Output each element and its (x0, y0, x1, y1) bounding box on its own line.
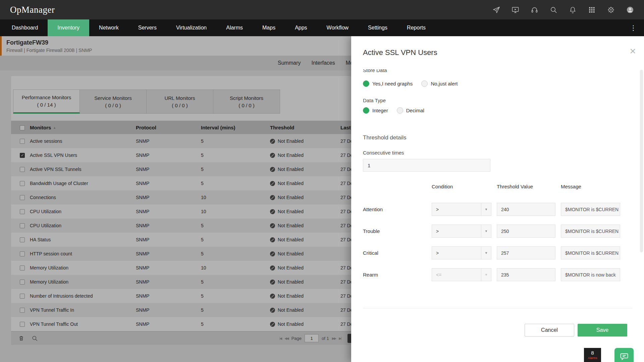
severity-label: Trouble (363, 228, 426, 234)
app-root: OpManager (0, 0, 644, 362)
store-data-radio-label: Yes,I need graphs (372, 81, 413, 86)
alarms-count-badge[interactable]: 8 Alarms (584, 348, 601, 362)
condition-value: > (436, 229, 439, 234)
panel-body: Store Data Yes,I need graphsNo,just aler… (351, 69, 644, 362)
close-icon[interactable]: × (630, 46, 636, 56)
cancel-button[interactable]: Cancel (525, 324, 574, 337)
nav-item-settings[interactable]: Settings (358, 19, 397, 36)
threshold-details-heading: Threshold details (363, 134, 632, 141)
app-logo: OpManager (10, 5, 55, 15)
condition-select-rearm: <=▾ (432, 268, 491, 281)
nav-item-reports[interactable]: Reports (397, 19, 435, 36)
nav-overflow-kebab-icon[interactable]: ⋮ (627, 19, 639, 36)
notifications-icon[interactable] (569, 6, 577, 14)
threshold-value-input-trouble[interactable]: 250 (497, 225, 555, 238)
condition-select-critical[interactable]: >▾ (432, 246, 491, 259)
nav-item-workflow[interactable]: Workflow (317, 19, 359, 36)
condition-select-attention[interactable]: >▾ (432, 203, 491, 216)
nav-item-inventory[interactable]: Inventory (48, 19, 89, 36)
data-type-radio-group: IntegerDecimal (363, 107, 632, 114)
save-button[interactable]: Save (578, 324, 627, 337)
chat-support-button[interactable] (614, 348, 634, 362)
screen-share-icon[interactable] (512, 6, 519, 14)
threshold-row-attention: Attention>▾240$MONITOR is $CURREN (363, 203, 632, 216)
nav-item-network[interactable]: Network (89, 19, 128, 36)
store-data-radio-yes-i-need-graphs[interactable] (363, 80, 369, 87)
threshold-grid-rows: Attention>▾240$MONITOR is $CURRENTrouble… (363, 203, 632, 281)
message-input-attention[interactable]: $MONITOR is $CURREN (561, 203, 620, 216)
grid-header-condition: Condition (432, 184, 491, 189)
store-data-radio-no-just-alert[interactable] (421, 80, 428, 87)
threshold-row-trouble: Trouble>▾250$MONITOR is $CURREN (363, 225, 632, 238)
threshold-config-panel: Active SSL VPN Users × Store Data Yes,I … (351, 36, 644, 362)
nav-item-servers[interactable]: Servers (128, 19, 166, 36)
severity-label: Critical (363, 250, 426, 256)
message-input-critical[interactable]: $MONITOR is $CURREN (561, 246, 620, 259)
settings-gear-icon[interactable] (607, 6, 615, 14)
severity-label: Attention (363, 206, 426, 212)
consecutive-times-input[interactable]: 1 (363, 159, 490, 172)
consecutive-times-label: Consecutive times (363, 150, 632, 156)
message-input-rearm[interactable]: $MONITOR is now back (561, 268, 620, 281)
chevron-down-icon: ▾ (481, 225, 491, 237)
nav-item-virtualization[interactable]: Virtualization (166, 19, 216, 36)
grid-header-threshold-value: Threshold Value (497, 184, 555, 189)
chevron-down-icon: ▾ (481, 247, 491, 259)
panel-scrollbar[interactable] (640, 70, 643, 252)
search-icon[interactable] (550, 6, 557, 14)
alarms-label: Alarms (588, 356, 597, 360)
threshold-value-input-critical[interactable]: 257 (497, 246, 555, 259)
panel-title: Active SSL VPN Users (363, 48, 437, 57)
severity-label: Rearm (363, 272, 426, 278)
nav-items: DashboardInventoryNetworkServersVirtuali… (2, 19, 435, 36)
chevron-down-icon: ▾ (481, 268, 491, 281)
chevron-down-icon: ▾ (481, 203, 491, 216)
threshold-grid-header: ConditionThreshold ValueMessage (363, 184, 632, 189)
main-nav: DashboardInventoryNetworkServersVirtuali… (0, 19, 644, 36)
condition-value: <= (436, 272, 441, 278)
chat-bubble-icon (620, 352, 629, 361)
topbar-icons (492, 6, 634, 14)
threshold-value-input-rearm[interactable]: 235 (497, 268, 555, 281)
top-bar: OpManager (0, 0, 644, 19)
threshold-row-critical: Critical>▾257$MONITOR is $CURREN (363, 246, 632, 259)
user-avatar-icon[interactable] (626, 6, 634, 14)
data-type-radio-label: Decimal (406, 108, 424, 113)
data-type-radio-integer[interactable] (363, 107, 369, 114)
store-data-radio-group: Yes,I need graphsNo,just alert (363, 80, 632, 87)
alarms-count: 8 (591, 350, 594, 356)
data-type-radio-label: Integer (372, 108, 388, 113)
store-data-label: Store Data (363, 69, 632, 73)
main-region: FortigateFW39 Firewall | Fortigate Firew… (0, 36, 644, 362)
store-data-radio-label: No,just alert (431, 81, 458, 86)
paper-plane-icon[interactable] (492, 6, 500, 14)
threshold-row-rearm: Rearm<=▾235$MONITOR is now back (363, 268, 632, 281)
apps-grid-icon[interactable] (588, 6, 596, 14)
nav-item-apps[interactable]: Apps (285, 19, 317, 36)
panel-divider (363, 308, 632, 308)
condition-value: > (436, 207, 439, 212)
condition-value: > (436, 250, 439, 256)
data-type-radio-decimal[interactable] (397, 107, 403, 114)
headset-icon[interactable] (531, 6, 538, 14)
condition-select-trouble[interactable]: >▾ (432, 225, 491, 238)
threshold-value-input-attention[interactable]: 240 (497, 203, 555, 216)
message-input-trouble[interactable]: $MONITOR is $CURREN (561, 225, 620, 238)
nav-item-alarms[interactable]: Alarms (216, 19, 253, 36)
nav-item-dashboard[interactable]: Dashboard (2, 19, 48, 36)
panel-actions: Cancel Save (363, 324, 632, 337)
grid-header-message: Message (561, 184, 620, 189)
data-type-label: Data Type (363, 98, 632, 103)
nav-item-maps[interactable]: Maps (253, 19, 285, 36)
